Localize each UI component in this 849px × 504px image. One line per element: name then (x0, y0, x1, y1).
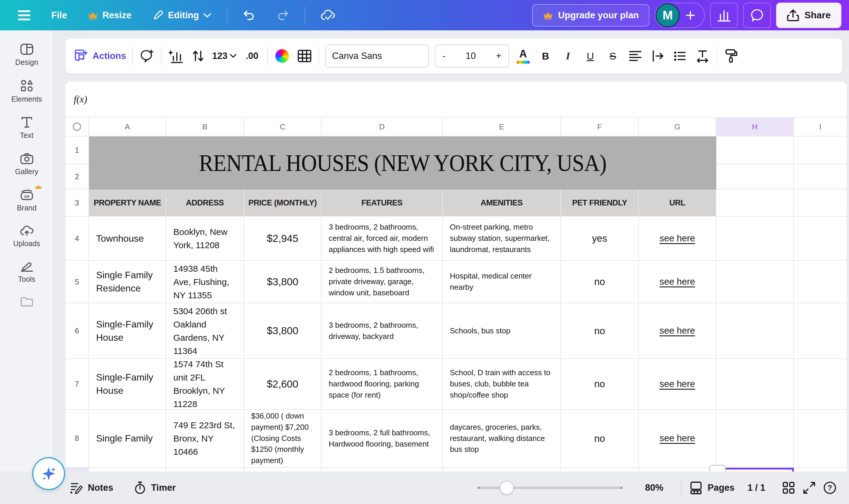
cell-A7[interactable]: Single-Family House (89, 359, 166, 410)
cell-C4[interactable]: $2,945 (244, 217, 322, 261)
header-cell-features[interactable]: FEATURES (322, 190, 443, 217)
cell-D5[interactable]: 2 bedrooms, 1.5 bathrooms, private drive… (322, 261, 443, 303)
header-cell-amenities[interactable]: AMENITIES (443, 190, 561, 217)
sidebar-item-design[interactable]: Design (0, 43, 53, 67)
comments-button[interactable] (743, 3, 771, 28)
cell-I6[interactable] (794, 303, 847, 359)
cell-E6[interactable]: Schools, bus stop (443, 303, 561, 359)
column-header-A[interactable]: A (89, 118, 166, 137)
selection-drag-handle[interactable] (709, 465, 726, 472)
cell-F5[interactable]: no (561, 261, 639, 303)
cell-F4[interactable]: yes (561, 217, 639, 261)
cell-D7[interactable]: 2 bedrooms, 1 bathrooms, hardwood floori… (322, 359, 443, 410)
cell-B9[interactable] (166, 468, 244, 472)
cell-D9[interactable] (322, 468, 443, 472)
cell-G5[interactable]: see here (639, 261, 716, 303)
cell-G6[interactable]: see here (639, 303, 716, 359)
selected-cell-outline-H9[interactable] (716, 468, 794, 472)
text-spacing-button[interactable] (694, 45, 711, 67)
column-header-D[interactable]: D (322, 118, 443, 137)
cell-A9[interactable] (89, 468, 166, 472)
indent-button[interactable] (649, 45, 666, 67)
cell-C6[interactable]: $3,800 (244, 303, 322, 359)
cell-I7[interactable] (794, 359, 847, 410)
notes-button[interactable]: Notes (70, 482, 113, 494)
cell-F8[interactable]: no (561, 410, 639, 468)
cell-I9[interactable] (794, 468, 847, 472)
row-number-1[interactable]: 1 (66, 137, 89, 164)
fullscreen-button[interactable] (799, 478, 819, 498)
font-family-selector[interactable]: Canva Sans (325, 44, 429, 68)
cell-H7[interactable] (716, 359, 794, 410)
row-number-6[interactable]: 6 (66, 303, 89, 359)
column-header-G[interactable]: G (639, 118, 716, 137)
fill-color-button[interactable] (274, 45, 290, 67)
bulleted-list-button[interactable] (672, 45, 688, 67)
cell-H4[interactable] (716, 217, 794, 261)
cell-I4[interactable] (794, 217, 847, 261)
zoom-level[interactable]: 80% (635, 483, 673, 493)
cell-C8[interactable]: $36,000 ( down payment) $7,200 (Closing … (244, 410, 322, 468)
cell-H5[interactable] (716, 261, 794, 303)
cell-E7[interactable]: School, D train with access to buses, cl… (443, 359, 561, 410)
row-number-8[interactable]: 8 (66, 410, 89, 468)
cell-H8[interactable] (716, 410, 794, 468)
copy-style-button[interactable] (723, 45, 740, 67)
zoom-slider-thumb[interactable] (500, 481, 513, 494)
italic-button[interactable]: I (560, 45, 576, 67)
cloud-save-status-button[interactable] (312, 5, 345, 26)
sort-button[interactable] (190, 45, 206, 67)
cell-D6[interactable]: 3 bedrooms, 2 bathrooms, driveway, backy… (322, 303, 443, 359)
row-number-4[interactable]: 4 (66, 217, 89, 261)
cell-G9[interactable] (639, 468, 716, 472)
column-header-H[interactable]: H (716, 118, 794, 137)
cell-A8[interactable]: Single Family (89, 410, 166, 468)
cell-G4[interactable]: see here (639, 217, 716, 261)
editing-mode-button[interactable]: Editing (144, 5, 220, 26)
avatar[interactable]: M (655, 3, 680, 28)
sidebar-item-brand[interactable]: coBrand (0, 189, 53, 212)
table-borders-button[interactable] (296, 45, 313, 67)
cell-G8[interactable]: see here (639, 410, 716, 468)
chart-insights-button[interactable] (167, 45, 184, 67)
row-number-5[interactable]: 5 (66, 261, 89, 303)
cell-B5[interactable]: 14938 45th Ave, Flushing, NY 11355 (166, 261, 244, 303)
row-number-9[interactable] (66, 468, 89, 472)
cell-H1[interactable] (716, 137, 794, 164)
timer-button[interactable]: Timer (134, 481, 176, 494)
cell-I3[interactable] (794, 190, 847, 217)
insights-button[interactable] (710, 3, 738, 28)
add-comment-button[interactable] (139, 45, 155, 67)
cell-H3[interactable] (716, 190, 794, 217)
cell-B8[interactable]: 749 E 223rd St, Bronx, NY 10466 (166, 410, 244, 468)
font-size-increase-button[interactable]: + (496, 51, 501, 61)
actions-button[interactable]: Actions (73, 48, 126, 64)
cell-G7[interactable]: see here (639, 359, 716, 410)
header-cell-address[interactable]: ADDRESS (166, 190, 244, 217)
pages-button[interactable]: Pages (689, 481, 734, 494)
column-header-B[interactable]: B (166, 118, 244, 137)
cell-I5[interactable] (794, 261, 847, 303)
row-number-7[interactable]: 7 (66, 359, 89, 410)
cell-C9[interactable] (244, 468, 322, 472)
cell-A4[interactable]: Townhouse (89, 217, 166, 261)
select-all-corner[interactable] (66, 118, 89, 137)
help-button[interactable]: ? (819, 478, 840, 498)
header-cell-url[interactable]: URL (639, 190, 716, 217)
resize-button[interactable]: Resize (79, 5, 140, 26)
sidebar-item-elements[interactable]: Elements (0, 79, 53, 104)
header-cell-property-name[interactable]: PROPERTY NAME (89, 190, 166, 217)
cell-I8[interactable] (794, 410, 847, 468)
text-align-button[interactable] (627, 45, 644, 67)
sidebar-item-projects[interactable] (0, 296, 53, 307)
upgrade-plan-button[interactable]: Upgrade your plan (532, 4, 649, 26)
number-format-dropdown[interactable]: 123 (212, 51, 237, 61)
formula-bar[interactable]: f(x) (66, 82, 847, 118)
cell-D4[interactable]: 3 bedrooms, 2 bathrooms, central air, fo… (322, 217, 443, 261)
sidebar-item-text[interactable]: Text (0, 116, 53, 140)
font-size-value[interactable]: 10 (466, 51, 475, 61)
cell-F7[interactable]: no (561, 359, 639, 410)
cell-A5[interactable]: Single Family Residence (89, 261, 166, 303)
cell-F6[interactable]: no (561, 303, 639, 359)
text-color-button[interactable]: A (515, 45, 531, 67)
